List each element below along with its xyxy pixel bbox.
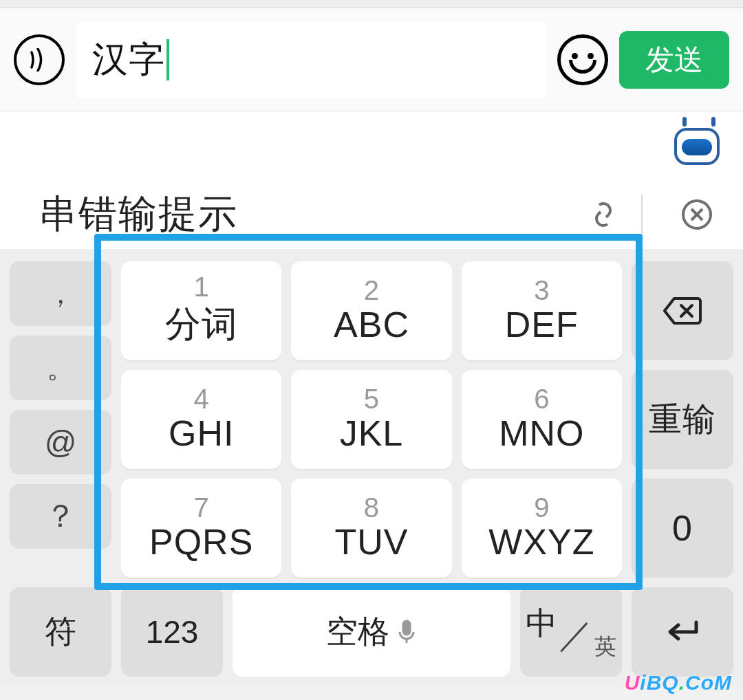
t9-key-5[interactable]: 5 JKL xyxy=(291,370,451,469)
enter-key[interactable] xyxy=(632,587,733,677)
lang-slash: ／ xyxy=(559,612,593,658)
message-input[interactable]: 汉字 xyxy=(76,22,546,98)
retype-key[interactable]: 重输 xyxy=(632,370,733,469)
enter-icon xyxy=(663,618,702,646)
t9-label: TUV xyxy=(334,521,408,562)
t9-key-6[interactable]: 6 MNO xyxy=(462,370,622,469)
mic-icon xyxy=(396,618,417,646)
candidate-text[interactable]: 串错输提示 xyxy=(39,188,567,241)
key-at[interactable]: @ xyxy=(10,410,111,474)
t9-label: DEF xyxy=(505,304,579,345)
assistant-row xyxy=(0,111,743,180)
t9-label: GHI xyxy=(169,413,234,454)
right-column: 重输 0 xyxy=(632,261,733,578)
key-zero[interactable]: 0 xyxy=(632,479,733,578)
close-icon[interactable] xyxy=(677,195,717,234)
t9-label: WXYZ xyxy=(488,521,594,562)
t9-key-2[interactable]: 2 ABC xyxy=(291,261,451,360)
symbols-key[interactable]: 符 xyxy=(10,587,111,677)
t9-label: 分词 xyxy=(165,300,238,349)
assistant-icon[interactable] xyxy=(674,117,724,172)
t9-grid: 1 分词 2 ABC 3 DEF 4 GHI 5 JKL 6 MNO xyxy=(121,261,622,578)
t9-num: 3 xyxy=(534,276,549,304)
send-button[interactable]: 发送 xyxy=(619,31,729,89)
t9-key-3[interactable]: 3 DEF xyxy=(462,261,622,360)
t9-key-7[interactable]: 7 PQRS xyxy=(121,479,281,578)
key-period[interactable]: 。 xyxy=(10,336,111,400)
message-input-value: 汉字 xyxy=(92,36,165,84)
numbers-key[interactable]: 123 xyxy=(121,587,223,677)
space-key[interactable]: 空格 xyxy=(233,587,510,677)
t9-key-8[interactable]: 8 TUV xyxy=(291,479,451,578)
lang-zh: 中 xyxy=(526,602,557,645)
bottom-row: 符 123 空格 中 ／ 英 xyxy=(10,587,733,677)
keyboard: ， 。 @ ？ 1 分词 2 ABC 3 DEF 4 GHI xyxy=(0,249,743,686)
t9-label: MNO xyxy=(499,413,584,454)
svg-rect-1 xyxy=(403,621,410,635)
watermark: UiBQ.CoM xyxy=(625,671,732,694)
t9-label: JKL xyxy=(340,413,404,454)
t9-num: 6 xyxy=(534,385,549,413)
t9-num: 7 xyxy=(194,494,209,521)
key-question[interactable]: ？ xyxy=(10,484,111,549)
lang-en: 英 xyxy=(594,632,616,662)
t9-key-9[interactable]: 9 WXYZ xyxy=(462,479,622,578)
t9-num: 8 xyxy=(364,494,379,521)
divider xyxy=(641,195,643,234)
candidate-row: 串错输提示 xyxy=(0,180,743,249)
t9-num: 5 xyxy=(364,385,379,413)
left-column: ， 。 @ ？ xyxy=(10,261,111,578)
backspace-icon xyxy=(662,296,703,326)
link-icon[interactable] xyxy=(583,195,623,234)
t9-key-1[interactable]: 1 分词 xyxy=(121,261,281,360)
caret xyxy=(166,39,169,80)
language-key[interactable]: 中 ／ 英 xyxy=(520,587,622,677)
space-label: 空格 xyxy=(326,611,389,653)
t9-label: PQRS xyxy=(149,521,253,562)
emoji-icon[interactable] xyxy=(557,34,608,85)
t9-key-4[interactable]: 4 GHI xyxy=(121,370,281,469)
t9-num: 2 xyxy=(364,276,379,304)
key-comma[interactable]: ， xyxy=(10,261,111,326)
t9-num: 9 xyxy=(534,494,549,521)
t9-num: 1 xyxy=(194,273,209,300)
backspace-key[interactable] xyxy=(632,261,733,360)
t9-num: 4 xyxy=(194,385,209,413)
t9-label: ABC xyxy=(334,304,409,345)
voice-icon[interactable] xyxy=(14,34,65,85)
chat-input-row: 汉字 发送 xyxy=(0,8,743,111)
status-bar xyxy=(0,0,743,8)
